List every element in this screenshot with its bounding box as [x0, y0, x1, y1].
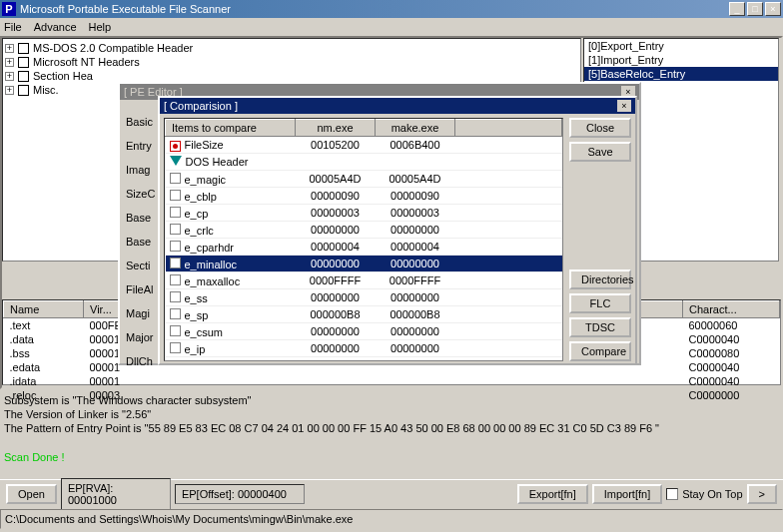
entry-item[interactable]: [5]BaseReloc_Entry: [584, 67, 778, 81]
pe-label: Secti: [126, 254, 155, 277]
box-icon: [170, 224, 181, 235]
stay-on-top-label: Stay On Top: [682, 488, 742, 500]
col-name[interactable]: Name: [4, 301, 84, 318]
col-items[interactable]: Items to compare: [166, 120, 296, 137]
statusbar: C:\Documents and Settings\Whois\My Docum…: [0, 509, 783, 529]
pe-label: Entry: [126, 134, 155, 158]
compare-button[interactable]: Compare: [569, 341, 631, 361]
comparison-row[interactable]: FileSize001052000006B400: [166, 137, 562, 154]
comparison-dialog: [ Comparision ] × Items to compare nm.ex…: [158, 96, 637, 365]
comparison-row[interactable]: e_minalloc0000000000000000: [166, 256, 562, 272]
menu-advance[interactable]: Advance: [34, 21, 77, 33]
tree-item[interactable]: +Microsoft NT Headers: [5, 55, 578, 69]
col-spacer: [455, 120, 562, 137]
comparison-grid[interactable]: Items to compare nm.exe make.exe FileSiz…: [164, 118, 563, 361]
pe-label: FileAl: [126, 277, 155, 301]
menu-help[interactable]: Help: [89, 21, 112, 33]
export-fn-button[interactable]: Export[fn]: [517, 484, 588, 504]
info-text: Subsystem is "The Windows character subs…: [4, 393, 659, 435]
expand-button[interactable]: >: [747, 484, 777, 504]
checkbox-icon[interactable]: [18, 85, 29, 96]
import-fn-button[interactable]: Import[fn]: [592, 484, 662, 504]
comparison-row[interactable]: e_magic00005A4D00005A4D: [166, 171, 562, 188]
comparison-row[interactable]: DOS Header: [166, 154, 562, 171]
box-icon: [170, 274, 181, 285]
main-titlebar: P Microsoft Portable Executable File Sca…: [0, 0, 783, 18]
comparison-row[interactable]: e_csum0000000000000000: [166, 323, 562, 340]
box-icon: [170, 190, 181, 201]
checkbox-icon[interactable]: [18, 71, 29, 82]
pe-label: DllCh: [126, 349, 155, 373]
red-icon: [170, 141, 181, 152]
comparison-row[interactable]: e_ss0000000000000000: [166, 289, 562, 306]
pe-label: Imag: [126, 158, 155, 182]
scan-status: Scan Done !: [4, 451, 65, 463]
bottom-toolbar: Open EP[RVA]: 00001000 EP[Offset]: 00000…: [0, 479, 783, 507]
entry-item[interactable]: [1]Import_Entry: [584, 53, 778, 67]
pe-label: Magi: [126, 301, 155, 325]
comparison-row[interactable]: e_cblp0000009000000090: [166, 188, 562, 205]
comparison-row[interactable]: e_maxalloc0000FFFF0000FFFF: [166, 272, 562, 289]
ep-rva-field: EP[RVA]: 00001000: [61, 478, 171, 510]
comparison-row[interactable]: e_cp0000000300000003: [166, 205, 562, 222]
tdsc-button[interactable]: TDSC: [569, 317, 631, 337]
pe-label: Major: [126, 325, 155, 349]
teal-icon: [170, 156, 182, 166]
col-b[interactable]: make.exe: [376, 120, 455, 137]
box-icon: [170, 291, 181, 302]
comparison-row[interactable]: e_cparhdr0000000400000004: [166, 239, 562, 256]
box-icon: [170, 207, 181, 218]
ep-offset-field: EP[Offset]: 00000400: [175, 484, 305, 504]
maximize-button[interactable]: □: [747, 2, 763, 16]
pe-label: Base: [126, 206, 155, 230]
box-icon: [170, 325, 181, 336]
tree-item[interactable]: +MS-DOS 2.0 Compatible Header: [5, 41, 578, 55]
box-icon: [170, 308, 181, 319]
box-icon: [170, 173, 181, 184]
pe-label: Basic: [126, 110, 155, 134]
minimize-button[interactable]: _: [729, 2, 745, 16]
col-a[interactable]: nm.exe: [296, 120, 376, 137]
pe-label: SizeC: [126, 182, 155, 206]
menu-file[interactable]: File: [4, 21, 22, 33]
box-icon: [170, 342, 181, 353]
box-icon: [170, 241, 181, 252]
checkbox-icon[interactable]: [18, 43, 29, 54]
save-button[interactable]: Save: [569, 142, 631, 162]
expand-icon[interactable]: +: [5, 72, 14, 81]
table-row[interactable]: .idata00001C0000040: [4, 374, 780, 388]
open-button[interactable]: Open: [6, 484, 57, 504]
close-icon[interactable]: ×: [617, 100, 631, 112]
expand-icon[interactable]: +: [5, 86, 14, 95]
menubar: File Advance Help: [0, 18, 783, 36]
app-icon: P: [2, 2, 16, 16]
directories-button[interactable]: Directories: [569, 269, 631, 289]
stay-on-top-checkbox[interactable]: [666, 488, 678, 500]
col-charact[interactable]: Charact...: [683, 301, 780, 318]
expand-icon[interactable]: +: [5, 44, 14, 53]
window-title: Microsoft Portable Executable File Scann…: [20, 3, 729, 15]
checkbox-icon[interactable]: [18, 57, 29, 68]
comparison-row[interactable]: e_ip0000000000000000: [166, 340, 562, 357]
close-button[interactable]: Close: [569, 118, 631, 138]
tree-item[interactable]: +Section Hea: [5, 69, 578, 83]
flc-button[interactable]: FLC: [569, 293, 631, 313]
comparison-row[interactable]: e_crlc0000000000000000: [166, 222, 562, 239]
pe-label: Base: [126, 230, 155, 254]
box-icon: [170, 258, 181, 268]
expand-icon[interactable]: +: [5, 58, 14, 67]
close-button[interactable]: ×: [765, 2, 781, 16]
comparison-row[interactable]: e_sp000000B8000000B8: [166, 306, 562, 323]
entry-item[interactable]: [0]Export_Entry: [584, 39, 778, 53]
comparison-titlebar[interactable]: [ Comparision ] ×: [160, 98, 635, 114]
